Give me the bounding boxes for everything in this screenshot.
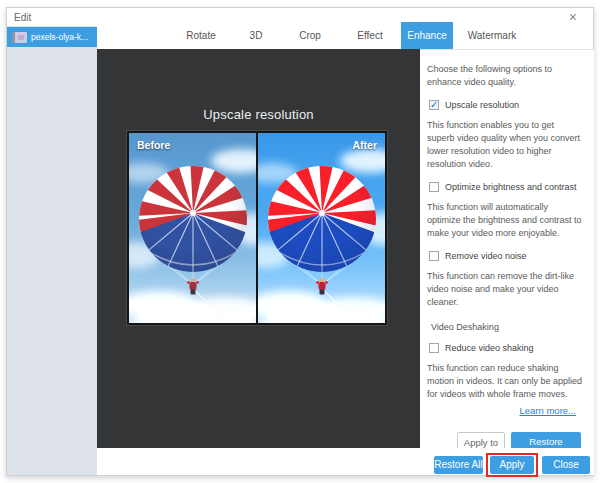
option-upscale-resolution[interactable]: Upscale resolution — [429, 100, 584, 110]
before-after-comparison: Before After — [127, 131, 387, 325]
optimize-brightness-description: This function will automatically optimiz… — [427, 201, 584, 240]
after-image: After — [258, 133, 385, 323]
apply-button[interactable]: Apply — [490, 456, 534, 474]
before-label: Before — [137, 139, 170, 151]
preview-heading: Upscale resolution — [97, 107, 420, 122]
video-list-sidebar: pexels-olya-k... — [7, 26, 97, 475]
remove-noise-description: This function can remove the dirt-like v… — [427, 270, 584, 309]
tab-bar: Rotate 3D Crop Effect Enhance Watermark — [171, 22, 531, 49]
option-reduce-shaking[interactable]: Reduce video shaking — [429, 343, 584, 353]
tab-rotate[interactable]: Rotate — [171, 22, 231, 49]
reduce-shaking-checkbox[interactable] — [429, 343, 439, 353]
dialog-title: Edit — [14, 12, 31, 23]
optimize-brightness-checkbox[interactable] — [429, 182, 439, 192]
tab-crop[interactable]: Crop — [281, 22, 339, 49]
tab-watermark[interactable]: Watermark — [453, 22, 531, 49]
preview-area: Upscale resolution — [97, 49, 420, 448]
before-image: Before — [129, 133, 256, 323]
option-optimize-brightness[interactable]: Optimize brightness and contrast — [429, 182, 584, 192]
close-icon[interactable]: × — [569, 10, 577, 24]
close-button[interactable]: Close — [542, 456, 590, 474]
tab-enhance[interactable]: Enhance — [401, 22, 453, 49]
panel-intro-text: Choose the following options to enhance … — [427, 63, 584, 89]
remove-noise-checkbox[interactable] — [429, 251, 439, 261]
video-deshaking-heading: Video Deshaking — [431, 322, 584, 332]
upscale-resolution-checkbox[interactable] — [429, 100, 439, 110]
reduce-shaking-description: This function can reduce shaking motion … — [427, 362, 584, 401]
learn-more-link[interactable]: Learn more... — [427, 405, 584, 416]
tab-effect[interactable]: Effect — [339, 22, 401, 49]
tab-3d[interactable]: 3D — [231, 22, 281, 49]
sidebar-item-video[interactable]: pexels-olya-k... — [7, 27, 97, 47]
option-remove-noise[interactable]: Remove video noise — [429, 251, 584, 261]
restore-all-button[interactable]: Restore All — [434, 456, 483, 474]
video-thumbnail — [12, 32, 27, 43]
enhance-options-panel: Choose the following options to enhance … — [420, 49, 594, 448]
video-filename: pexels-olya-k... — [31, 32, 88, 42]
upscale-resolution-description: This function enables you to get superb … — [427, 119, 584, 171]
after-label: After — [352, 139, 377, 151]
edit-dialog: Edit × Rotate 3D Crop Effect Enhance Wat… — [6, 7, 594, 476]
